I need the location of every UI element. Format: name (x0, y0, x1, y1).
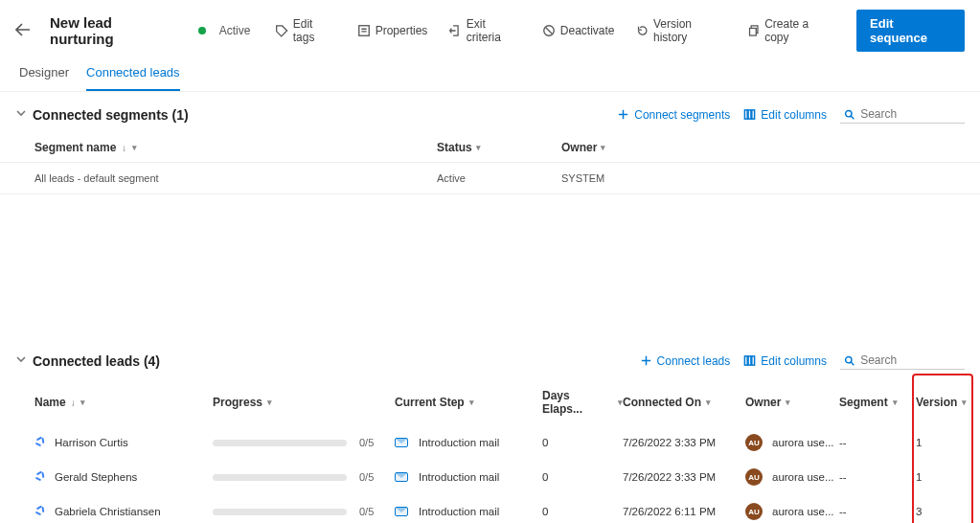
chevron-down-icon: ▾ (786, 398, 790, 407)
sort-asc-icon: ↓ (122, 143, 126, 153)
search-leads-wrap[interactable] (840, 352, 965, 370)
col-days-label: Days Elaps... (542, 389, 613, 416)
svg-rect-5 (752, 110, 755, 119)
connect-leads-label: Connect leads (657, 354, 731, 368)
progress-text: 0/5 (359, 437, 374, 448)
version-cell: 1 (916, 437, 968, 448)
col-version[interactable]: Version ▾ (916, 389, 968, 416)
create-copy-label: Create a copy (764, 17, 833, 44)
segment-row[interactable]: All leads - default segment Active SYSTE… (0, 163, 980, 194)
owner-cell: aurora use... (772, 471, 834, 483)
version-history-button[interactable]: Version history (630, 13, 732, 48)
deactivate-label: Deactivate (560, 24, 615, 37)
create-copy-button[interactable]: Create a copy (741, 13, 839, 48)
chevron-down-icon: ▾ (601, 143, 605, 152)
days-cell: 0 (542, 506, 623, 517)
chevron-down-icon: ▾ (469, 398, 474, 407)
search-segments-wrap[interactable] (840, 105, 965, 124)
col-days-elapsed[interactable]: Days Elaps... ▾ (542, 389, 623, 416)
edit-tags-label: Edit tags (293, 17, 336, 44)
connected-on-cell: 7/26/2022 3:33 PM (623, 471, 745, 483)
connect-segments-label: Connect segments (634, 108, 730, 122)
svg-rect-0 (358, 26, 369, 36)
owner-cell: aurora use... (772, 506, 834, 517)
chevron-down-icon: ▾ (476, 143, 481, 152)
progress-bar (213, 509, 347, 515)
exit-criteria-button[interactable]: Exit criteria (443, 13, 527, 48)
mail-icon (395, 438, 408, 447)
edit-columns-leads-label: Edit columns (761, 354, 827, 368)
col-name[interactable]: Name ↓ ▾ (34, 389, 213, 416)
col-owner-label: Owner (561, 141, 597, 154)
edit-sequence-button[interactable]: Edit sequence (856, 10, 965, 52)
collapse-leads-icon[interactable] (10, 353, 33, 368)
lead-row[interactable]: Gerald Stephens0/5Introduction mail07/26… (0, 460, 980, 494)
connect-leads-button[interactable]: Connect leads (640, 354, 731, 368)
chevron-down-icon: ▾ (893, 398, 898, 407)
svg-rect-2 (749, 28, 756, 35)
col-current-step[interactable]: Current Step ▾ (395, 389, 542, 416)
sort-asc-icon: ↓ (71, 398, 76, 408)
connected-on-cell: 7/26/2022 6:11 PM (623, 506, 745, 517)
chevron-down-icon: ▾ (267, 398, 272, 407)
lead-icon (34, 436, 48, 449)
lead-row[interactable]: Harrison Curtis0/5Introduction mail07/26… (0, 425, 980, 460)
lead-row[interactable]: Gabriela Christiansen0/5Introduction mai… (0, 494, 980, 523)
col-status[interactable]: Status ▾ (437, 141, 561, 154)
col-owner[interactable]: Owner ▾ (561, 141, 676, 154)
segment-cell: -- (839, 437, 916, 448)
progress-bar (213, 474, 347, 481)
back-button[interactable] (11, 21, 34, 41)
col-owner-lead[interactable]: Owner ▾ (745, 389, 839, 416)
segment-cell: -- (839, 506, 916, 517)
edit-columns-segments-button[interactable]: Edit columns (743, 108, 827, 122)
current-step-cell: Introduction mail (419, 437, 499, 448)
connect-segments-button[interactable]: Connect segments (617, 108, 730, 122)
owner-avatar: AU (745, 468, 763, 486)
collapse-segments-icon[interactable] (10, 107, 33, 122)
tab-designer[interactable]: Designer (19, 57, 69, 91)
col-seg-label: Segment (839, 396, 888, 409)
progress-text: 0/5 (359, 506, 374, 517)
search-segments-input[interactable] (860, 107, 961, 121)
col-conn-label: Connected On (623, 396, 701, 409)
version-cell: 1 (916, 471, 968, 483)
edit-columns-segments-label: Edit columns (761, 108, 827, 122)
segment-owner-cell: SYSTEM (561, 172, 676, 184)
svg-rect-3 (745, 110, 748, 119)
current-step-cell: Introduction mail (419, 471, 499, 483)
properties-label: Properties (376, 24, 428, 37)
edit-columns-leads-button[interactable]: Edit columns (743, 354, 827, 368)
mail-icon (395, 507, 408, 516)
search-icon (844, 108, 855, 121)
days-cell: 0 (542, 471, 623, 483)
owner-cell: aurora use... (772, 437, 834, 448)
deactivate-button[interactable]: Deactivate (536, 20, 621, 41)
edit-tags-button[interactable]: Edit tags (269, 13, 341, 48)
lead-name: Gabriela Christiansen (55, 506, 161, 517)
col-name-label: Name (34, 396, 66, 409)
lead-icon (34, 470, 48, 484)
status-indicator-icon (198, 27, 206, 34)
tab-connected-leads[interactable]: Connected leads (86, 57, 180, 91)
col-segment-name[interactable]: Segment name ↓ ▾ (34, 141, 437, 154)
days-cell: 0 (542, 437, 623, 448)
col-ver-label: Version (916, 396, 957, 409)
col-owner-label: Owner (745, 396, 781, 409)
progress-text: 0/5 (359, 471, 374, 483)
segments-section-title: Connected segments (1) (33, 107, 189, 123)
search-leads-input[interactable] (860, 353, 961, 367)
lead-name: Gerald Stephens (55, 471, 137, 483)
owner-avatar: AU (745, 503, 763, 520)
version-history-label: Version history (653, 17, 726, 44)
properties-button[interactable]: Properties (352, 20, 434, 41)
status-label: Active (219, 24, 251, 37)
chevron-down-icon: ▾ (962, 398, 967, 407)
lead-name: Harrison Curtis (55, 437, 128, 448)
svg-rect-4 (748, 110, 751, 119)
col-segment[interactable]: Segment ▾ (839, 389, 916, 416)
col-progress[interactable]: Progress ▾ (213, 389, 395, 416)
col-connected-on[interactable]: Connected On ▾ (623, 389, 745, 416)
mail-icon (395, 472, 408, 482)
col-segment-name-label: Segment name (34, 141, 116, 154)
